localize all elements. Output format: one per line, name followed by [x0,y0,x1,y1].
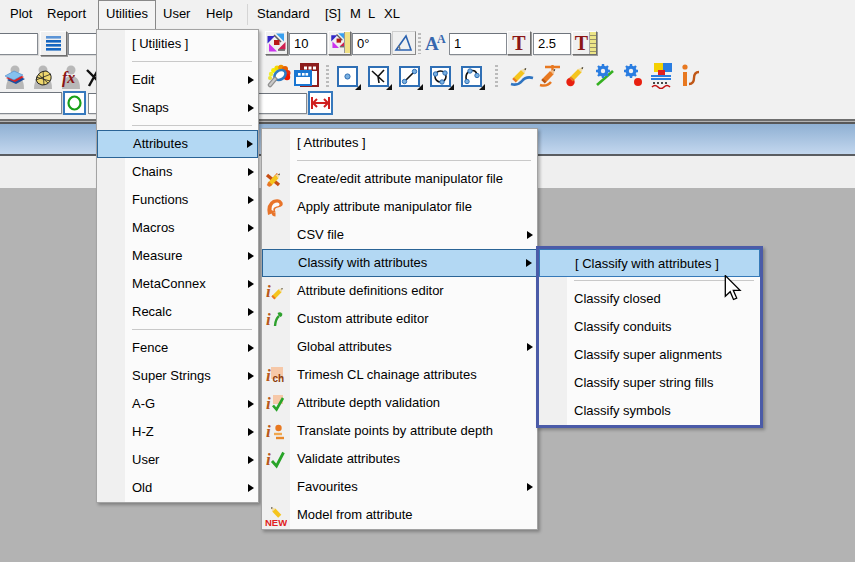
svg-text:i: i [266,422,271,441]
svg-text:fx: fx [62,69,75,87]
svg-text:A: A [437,32,446,46]
svg-text:i: i [266,450,271,469]
svg-text:i: i [266,366,271,385]
svg-text:ch: ch [273,373,285,384]
svg-text:i: i [266,394,271,413]
svg-text:i: i [266,310,271,329]
svg-text:NEW: NEW [265,517,287,528]
svg-text:i: i [266,282,271,301]
